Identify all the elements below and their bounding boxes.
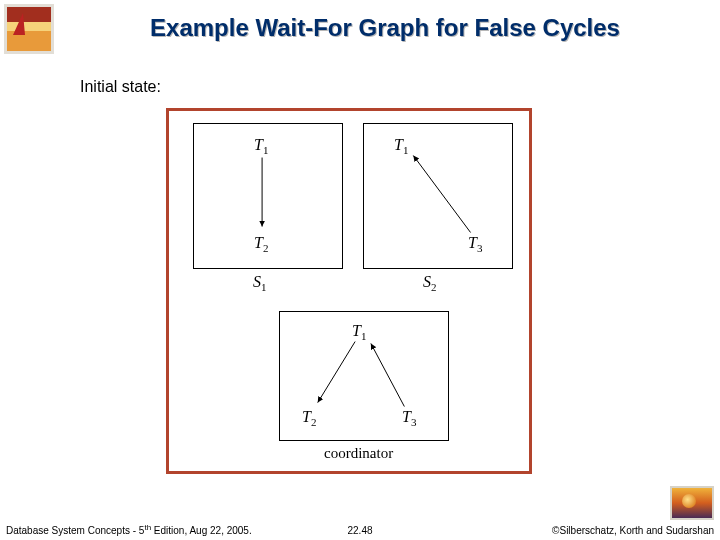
label-s1: S1 bbox=[253, 273, 267, 293]
label-coordinator: coordinator bbox=[324, 445, 393, 462]
svg-line-3 bbox=[371, 344, 404, 407]
svg-line-2 bbox=[318, 342, 355, 403]
node-s2-t3: T3 bbox=[468, 234, 482, 254]
edges-s2 bbox=[364, 124, 512, 268]
logo-sailboat-icon bbox=[4, 4, 54, 54]
logo-sunset-icon bbox=[670, 486, 714, 520]
page-title: Example Wait-For Graph for False Cycles bbox=[70, 14, 700, 42]
figure-inner: T1 T2 T1 bbox=[169, 111, 529, 471]
graph-box-s1: T1 T2 bbox=[193, 123, 343, 269]
node-s1-t1: T1 bbox=[254, 136, 268, 156]
footer-right: ©Silberschatz, Korth and Sudarshan bbox=[552, 525, 714, 536]
node-coord-t3: T3 bbox=[402, 408, 416, 428]
svg-line-1 bbox=[413, 156, 470, 233]
sail-shape bbox=[13, 13, 25, 35]
node-coord-t2: T2 bbox=[302, 408, 316, 428]
node-coord-t1: T1 bbox=[352, 322, 366, 342]
figure-frame: T1 T2 T1 bbox=[166, 108, 532, 474]
graph-box-s2: T1 T3 bbox=[363, 123, 513, 269]
label-s2: S2 bbox=[423, 273, 437, 293]
graph-box-coordinator: T1 T2 T3 bbox=[279, 311, 449, 441]
slide: Example Wait-For Graph for False Cycles … bbox=[0, 0, 720, 540]
node-s1-t2: T2 bbox=[254, 234, 268, 254]
node-s2-t1: T1 bbox=[394, 136, 408, 156]
subtitle-text: Initial state: bbox=[80, 78, 161, 96]
